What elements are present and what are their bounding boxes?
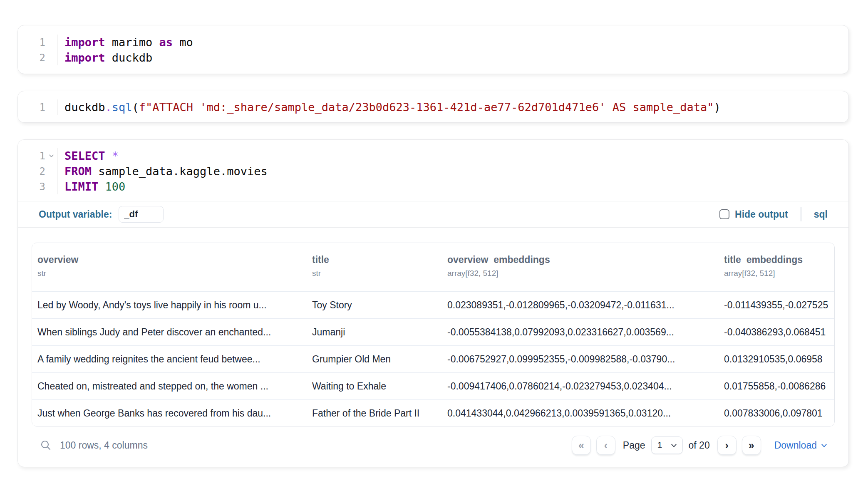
fold-chevron-icon[interactable] <box>45 153 57 159</box>
table-cell: 0.01755858,-0.0086286 <box>719 373 834 400</box>
sql-editor[interactable]: 1 SELECT * 2 FROM sample_data.kaggle.mov… <box>18 140 848 201</box>
code-token: SELECT <box>64 149 105 162</box>
column-header-overview-embeddings[interactable]: overview_embeddings array[f32, 512] <box>442 254 719 291</box>
column-type: array[f32, 512] <box>447 269 719 278</box>
table-row: Cheated on, mistreated and stepped on, t… <box>32 373 834 400</box>
code-line: 2 FROM sample_data.kaggle.movies <box>18 164 848 179</box>
table-cell: 0.041433044,0.042966213,0.0039591365,0.0… <box>442 400 719 427</box>
code-token: duckdb <box>64 101 105 114</box>
column-header-overview[interactable]: overview str <box>32 254 307 291</box>
code-token: mo <box>173 36 193 49</box>
code-token: sample_data.kaggle.movies <box>92 165 268 178</box>
column-name: title_embeddings <box>724 254 834 265</box>
column-type: str <box>312 269 442 278</box>
code-token: FROM <box>64 165 92 178</box>
page-select-value: 1 <box>657 440 662 451</box>
code-token: ( <box>132 101 139 114</box>
code-token: LIMIT <box>64 180 98 193</box>
code-editor-imports[interactable]: 1 import marimo as mo 2 import duckdb <box>18 25 848 74</box>
table-cell: 0.0132910535,0.06958 <box>719 346 834 373</box>
code-token: as <box>159 36 173 49</box>
next-page-icon: › <box>725 439 729 451</box>
next-page-button[interactable]: › <box>717 436 737 455</box>
code-token <box>98 180 105 193</box>
table-cell: When siblings Judy and Peter discover an… <box>32 319 307 346</box>
vertical-divider <box>801 207 801 221</box>
line-number: 3 <box>18 181 45 193</box>
row-count-summary: 100 rows, 4 columns <box>60 440 148 451</box>
last-page-button[interactable]: » <box>742 436 761 455</box>
code-line: 2 import duckdb <box>18 50 848 65</box>
code-line: 1 SELECT * <box>18 148 848 164</box>
table-row: When siblings Judy and Peter discover an… <box>32 319 834 346</box>
table-cell: A family wedding reignites the ancient f… <box>32 346 307 373</box>
column-name: overview <box>37 254 307 265</box>
table-footer: 100 rows, 4 columns « ‹ Page 1 of 20 › »… <box>32 433 835 457</box>
line-number: 1 <box>18 150 45 162</box>
output-variable-input[interactable] <box>119 206 164 223</box>
chevron-down-icon <box>821 442 828 449</box>
output-variable-label: Output variable: <box>39 209 112 220</box>
download-label: Download <box>774 440 817 451</box>
table-cell: Just when George Banks has recovered fro… <box>32 400 307 427</box>
page-select[interactable]: 1 <box>651 436 683 454</box>
download-button[interactable]: Download <box>774 440 828 451</box>
page-label: Page <box>623 440 645 451</box>
code-cell-imports: 1 import marimo as mo 2 import duckdb <box>17 25 849 74</box>
code-text: duckdb.sql(f"ATTACH 'md:_share/sample_da… <box>57 99 848 115</box>
code-editor-attach[interactable]: 1 duckdb.sql(f"ATTACH 'md:_share/sample_… <box>18 91 848 123</box>
previous-page-button[interactable]: ‹ <box>596 436 615 455</box>
code-token: sql <box>112 101 132 114</box>
table-row: Led by Woody, Andy's toys live happily i… <box>32 292 834 319</box>
table-cell: -0.0055384138,0.07992093,0.023316627,0.0… <box>442 319 719 346</box>
code-token: import <box>64 36 105 49</box>
table-cell: Waiting to Exhale <box>307 373 442 400</box>
table-cell: -0.011439355,-0.027525 <box>719 292 834 319</box>
code-token: 100 <box>105 180 126 193</box>
line-number: 1 <box>18 102 45 113</box>
table-cell: -0.006752927,0.099952355,-0.009982588,-0… <box>442 346 719 373</box>
page-total-label: of 20 <box>689 440 710 451</box>
hide-output-checkbox[interactable] <box>719 209 729 219</box>
code-token <box>105 149 112 162</box>
column-name: title <box>312 254 442 265</box>
column-type: array[f32, 512] <box>724 269 834 278</box>
search-icon[interactable] <box>40 439 52 451</box>
sql-cell: 1 SELECT * 2 FROM sample_data.kaggle.mov… <box>17 139 849 467</box>
table-cell: Father of the Bride Part II <box>307 400 442 427</box>
column-name: overview_embeddings <box>447 254 719 265</box>
code-text: import marimo as mo <box>57 35 848 50</box>
code-text: SELECT * <box>57 148 848 164</box>
table-cell: 0.007833006,0.097801 <box>719 400 834 427</box>
column-header-title[interactable]: title str <box>307 254 442 291</box>
code-line: 1 import marimo as mo <box>18 35 848 50</box>
dataframe-table: overview str title str overview_embeddin… <box>32 243 835 427</box>
table-cell: Led by Woody, Andy's toys live happily i… <box>32 292 307 319</box>
code-token: ) <box>714 101 721 114</box>
code-line: 3 LIMIT 100 <box>18 179 848 194</box>
code-token: f"ATTACH 'md:_share/sample_data/23b0d623… <box>139 101 714 114</box>
last-page-icon: » <box>749 439 754 451</box>
column-type: str <box>37 269 307 278</box>
hide-output-label[interactable]: Hide output <box>735 209 788 220</box>
output-variable-bar: Output variable: Hide output sql <box>18 201 848 227</box>
table-cell: Jumanji <box>307 319 442 346</box>
table-row: A family wedding reignites the ancient f… <box>32 346 834 373</box>
code-text: import duckdb <box>57 50 848 65</box>
code-token: . <box>105 101 112 114</box>
code-token: duckdb <box>105 51 153 64</box>
table-cell: -0.040386293,0.068451 <box>719 319 834 346</box>
code-token: marimo <box>105 36 159 49</box>
table-cell: Cheated on, mistreated and stepped on, t… <box>32 373 307 400</box>
column-header-title-embeddings[interactable]: title_embeddings array[f32, 512] <box>719 254 834 291</box>
code-text: FROM sample_data.kaggle.movies <box>57 164 848 179</box>
code-token: import <box>64 51 105 64</box>
previous-page-icon: ‹ <box>604 439 608 451</box>
first-page-icon: « <box>578 439 584 451</box>
table-row: Just when George Banks has recovered fro… <box>32 400 834 427</box>
language-badge[interactable]: sql <box>814 209 828 220</box>
code-cell-attach: 1 duckdb.sql(f"ATTACH 'md:_share/sample_… <box>17 91 849 123</box>
notebook-page: 1 import marimo as mo 2 import duckdb 1 … <box>0 0 868 496</box>
table-cell: Grumpier Old Men <box>307 346 442 373</box>
first-page-button[interactable]: « <box>572 436 591 455</box>
